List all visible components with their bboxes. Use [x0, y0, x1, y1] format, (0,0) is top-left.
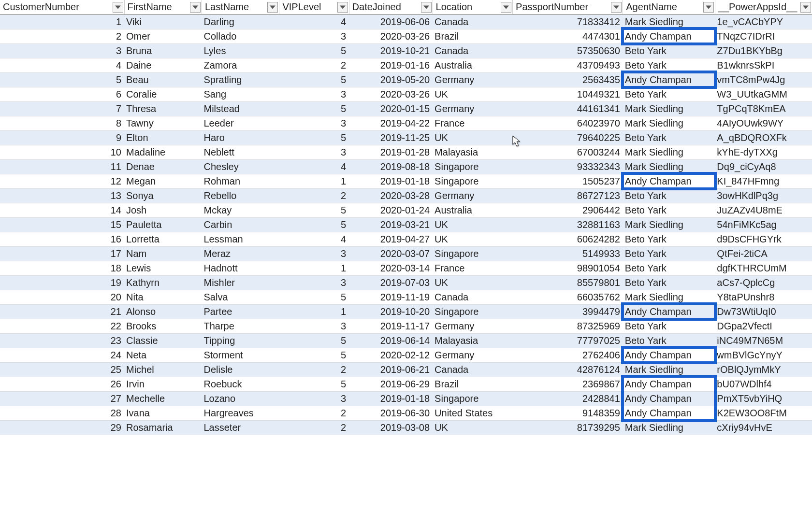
cell-passportnumber[interactable]: 98901054 [513, 261, 623, 275]
cell-customernumber[interactable]: 5 [0, 72, 124, 87]
cell-agentname[interactable]: Mark Siedling [623, 290, 715, 304]
cell-lastname[interactable]: Hadnott [202, 261, 279, 275]
cell-passportnumber[interactable]: 43709493 [513, 58, 623, 72]
cell-passportnumber[interactable]: 77797025 [513, 333, 623, 348]
cell-viplevel[interactable]: 5 [279, 130, 349, 145]
cell-powerappsid[interactable]: cXriy94vHvE [715, 420, 812, 435]
cell-customernumber[interactable]: 3 [0, 43, 124, 58]
cell-firstname[interactable]: Classie [124, 333, 202, 348]
cell-agentname[interactable]: Andy Champan [623, 391, 715, 406]
cell-datejoined[interactable]: 2019-11-25 [349, 130, 433, 145]
cell-customernumber[interactable]: 7 [0, 101, 124, 116]
cell-datejoined[interactable]: 2019-11-19 [349, 290, 433, 304]
cell-viplevel[interactable]: 5 [279, 203, 349, 217]
cell-passportnumber[interactable]: 2563435 [513, 72, 623, 87]
cell-firstname[interactable]: Alonso [124, 304, 202, 319]
col-header-date-joined[interactable]: DateJoined [349, 0, 433, 14]
cell-customernumber[interactable]: 18 [0, 261, 124, 275]
cell-viplevel[interactable]: 3 [279, 319, 349, 333]
cell-firstname[interactable]: Lewis [124, 261, 202, 275]
cell-powerappsid[interactable]: B1wknrsSkPI [715, 58, 812, 72]
cell-firstname[interactable]: Coralie [124, 87, 202, 101]
cell-datejoined[interactable]: 2020-03-07 [349, 246, 433, 261]
cell-lastname[interactable]: Mishler [202, 275, 279, 290]
filter-button[interactable] [703, 2, 714, 13]
table-row[interactable]: 6CoralieSang32020-03-26UK10449321Beto Ya… [0, 87, 812, 101]
cell-location[interactable]: United States [433, 406, 512, 420]
cell-powerappsid[interactable]: wmBVlGcYnyY [715, 348, 812, 362]
cell-passportnumber[interactable]: 44161341 [513, 101, 623, 116]
cell-customernumber[interactable]: 26 [0, 377, 124, 391]
cell-location[interactable]: Singapore [433, 174, 512, 188]
cell-firstname[interactable]: Pauletta [124, 217, 202, 232]
cell-viplevel[interactable]: 4 [279, 159, 349, 174]
cell-datejoined[interactable]: 2019-07-03 [349, 275, 433, 290]
cell-location[interactable]: Germany [433, 188, 512, 203]
cell-customernumber[interactable]: 2 [0, 29, 124, 43]
table-row[interactable]: 13SonyaRebello22020-03-28Germany86727123… [0, 188, 812, 203]
cell-viplevel[interactable]: 3 [279, 246, 349, 261]
cell-datejoined[interactable]: 2019-08-18 [349, 159, 433, 174]
cell-datejoined[interactable]: 2020-02-12 [349, 348, 433, 362]
cell-customernumber[interactable]: 23 [0, 333, 124, 348]
cell-agentname[interactable]: Beto Yark [623, 188, 715, 203]
cell-powerappsid[interactable]: 1e_vCACbYPY [715, 14, 812, 29]
cell-agentname[interactable]: Beto Yark [623, 333, 715, 348]
cell-passportnumber[interactable]: 9148359 [513, 406, 623, 420]
cell-datejoined[interactable]: 2019-03-08 [349, 420, 433, 435]
cell-location[interactable]: Singapore [433, 159, 512, 174]
cell-location[interactable]: Singapore [433, 304, 512, 319]
cell-datejoined[interactable]: 2019-11-17 [349, 319, 433, 333]
cell-viplevel[interactable]: 5 [279, 290, 349, 304]
cell-passportnumber[interactable]: 57350630 [513, 43, 623, 58]
cell-firstname[interactable]: Daine [124, 58, 202, 72]
cell-passportnumber[interactable]: 4474301 [513, 29, 623, 43]
cell-datejoined[interactable]: 2019-01-28 [349, 145, 433, 159]
cell-agentname[interactable]: Beto Yark [623, 246, 715, 261]
cell-viplevel[interactable]: 3 [279, 116, 349, 130]
cell-powerappsid[interactable]: 54nFiMKc5ag [715, 217, 812, 232]
cell-powerappsid[interactable]: bU07WDlhf4 [715, 377, 812, 391]
cell-customernumber[interactable]: 1 [0, 14, 124, 29]
cell-location[interactable]: Brazil [433, 29, 512, 43]
cell-lastname[interactable]: Milstead [202, 101, 279, 116]
cell-location[interactable]: UK [433, 130, 512, 145]
cell-passportnumber[interactable]: 2906442 [513, 203, 623, 217]
cell-firstname[interactable]: Rosamaria [124, 420, 202, 435]
cell-powerappsid[interactable]: aCs7-QplcCg [715, 275, 812, 290]
table-row[interactable]: 20NitaSalva52019-11-19Canada66035762Mark… [0, 290, 812, 304]
cell-datejoined[interactable]: 2019-04-22 [349, 116, 433, 130]
cell-customernumber[interactable]: 20 [0, 290, 124, 304]
cell-datejoined[interactable]: 2019-10-20 [349, 304, 433, 319]
cell-passportnumber[interactable]: 67003244 [513, 145, 623, 159]
cell-firstname[interactable]: Megan [124, 174, 202, 188]
table-row[interactable]: 1VikiDarling42019-06-06Canada71833412Mar… [0, 14, 812, 29]
cell-viplevel[interactable]: 5 [279, 377, 349, 391]
cell-agentname[interactable]: Beto Yark [623, 58, 715, 72]
cell-agentname[interactable]: Andy Champan [623, 29, 715, 43]
cell-location[interactable]: Brazil [433, 377, 512, 391]
cell-agentname[interactable]: Beto Yark [623, 43, 715, 58]
cell-passportnumber[interactable]: 3994479 [513, 304, 623, 319]
cell-lastname[interactable]: Lozano [202, 391, 279, 406]
cell-datejoined[interactable]: 2020-03-26 [349, 87, 433, 101]
cell-lastname[interactable]: Carbin [202, 217, 279, 232]
cell-agentname[interactable]: Beto Yark [623, 130, 715, 145]
table-row[interactable]: 27MechelleLozano32019-01-18Singapore2428… [0, 391, 812, 406]
table-row[interactable]: 12MeganRohman12019-01-18Singapore1505237… [0, 174, 812, 188]
cell-firstname[interactable]: Irvin [124, 377, 202, 391]
cell-agentname[interactable]: Andy Champan [623, 72, 715, 87]
cell-datejoined[interactable]: 2020-03-26 [349, 29, 433, 43]
cell-customernumber[interactable]: 10 [0, 145, 124, 159]
table-row[interactable]: 14JoshMckay52020-01-24Australia2906442Be… [0, 203, 812, 217]
col-header-customer-number[interactable]: CustomerNumber [0, 0, 124, 14]
filter-button[interactable] [190, 2, 201, 13]
table-row[interactable]: 19KathyrnMishler32019-07-03UK85579801Bet… [0, 275, 812, 290]
cell-datejoined[interactable]: 2019-06-29 [349, 377, 433, 391]
cell-location[interactable]: Germany [433, 319, 512, 333]
cell-lastname[interactable]: Darling [202, 14, 279, 29]
cell-viplevel[interactable]: 1 [279, 261, 349, 275]
cell-customernumber[interactable]: 13 [0, 188, 124, 203]
cell-location[interactable]: Singapore [433, 246, 512, 261]
cell-viplevel[interactable]: 4 [279, 14, 349, 29]
